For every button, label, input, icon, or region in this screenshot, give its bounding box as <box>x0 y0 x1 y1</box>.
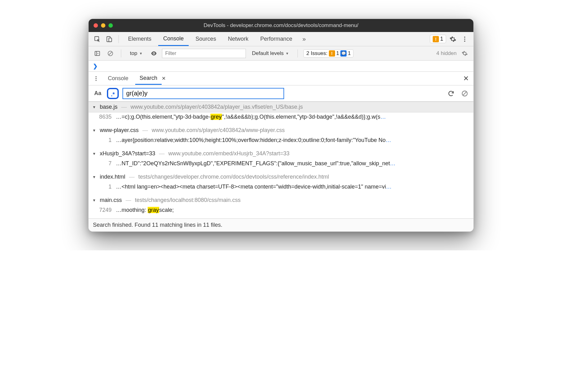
result-line-row[interactable]: 8635…=c);g.O(this.element,"ytp-3d-badge-… <box>89 112 473 125</box>
regex-label: .* <box>111 92 115 97</box>
minimize-window-button[interactable] <box>101 23 105 28</box>
settings-icon[interactable] <box>448 34 458 44</box>
result-filename: index.html <box>100 174 125 180</box>
truncation-ellipsis: … <box>380 114 386 120</box>
warning-icon: ! <box>433 36 439 42</box>
result-line-row[interactable]: 1…ayer{position:relative;width:100%;heig… <box>89 136 473 148</box>
match-case-button[interactable]: Aa <box>92 89 103 98</box>
svg-rect-2 <box>109 38 112 42</box>
result-snippet: …=c);g.O(this.element,"ytp-3d-badge-grey… <box>116 114 470 120</box>
main-tabstrip: Elements Console Sources Network Perform… <box>89 32 473 46</box>
separator: — <box>129 174 135 180</box>
result-filepath: www.youtube.com/s/player/c403842a/player… <box>131 104 303 110</box>
zoom-window-button[interactable] <box>108 23 113 28</box>
issues-button[interactable]: 2 Issues: ! 1 💬 1 <box>303 49 353 57</box>
svg-rect-6 <box>95 51 100 55</box>
issues-chip-count: 1 <box>440 36 443 42</box>
drawer-kebab-icon[interactable] <box>91 74 101 84</box>
search-results: ▼base.js—www.youtube.com/s/player/c40384… <box>89 102 473 218</box>
divider <box>118 35 119 43</box>
separator: — <box>159 150 165 157</box>
result-snippet: …<html lang=en><head><meta charset=UTF-8… <box>116 184 470 190</box>
context-dropdown[interactable]: top ▼ <box>127 49 146 58</box>
filter-input[interactable] <box>162 49 246 58</box>
result-file-row[interactable]: ▼main.css—tests/changes/localhost:8080/c… <box>89 195 473 206</box>
result-file-row[interactable]: ▼xHusjrb_34A?start=33—www.youtube.com/em… <box>89 148 473 159</box>
result-filepath: tests/changes/localhost:8080/css/main.cs… <box>135 197 241 203</box>
disclosure-triangle-icon: ▼ <box>92 175 96 179</box>
console-prompt[interactable]: ❯ <box>89 61 473 72</box>
result-filename: main.css <box>100 197 122 203</box>
regex-button[interactable]: .* <box>107 88 119 99</box>
refresh-icon[interactable] <box>446 89 456 98</box>
tabs-overflow-button[interactable]: » <box>299 34 309 44</box>
match-highlight: grey <box>210 114 222 120</box>
divider <box>297 49 298 57</box>
tab-console[interactable]: Console <box>158 32 189 46</box>
result-filepath: www.youtube.com/s/player/c403842a/www-pl… <box>152 127 285 134</box>
line-number: 7 <box>96 160 112 167</box>
context-label: top <box>130 50 137 57</box>
status-bar: Search finished. Found 11 matching lines… <box>89 218 473 231</box>
result-snippet: …ayer{position:relative;width:100%;heigh… <box>116 137 470 144</box>
truncation-ellipsis: … <box>386 137 391 143</box>
issues-label: 2 Issues: <box>306 50 327 57</box>
match-highlight: gray <box>148 207 159 213</box>
tab-sources[interactable]: Sources <box>191 33 221 45</box>
result-file-row[interactable]: ▼index.html—tests/changes/developer.chro… <box>89 172 473 182</box>
drawer-tabstrip: Console Search ✕ ✕ <box>89 72 473 85</box>
devtools-window: DevTools - developer.chrome.com/docs/dev… <box>88 19 474 232</box>
search-toolbar: Aa .* <box>89 85 473 102</box>
svg-point-9 <box>95 76 96 77</box>
svg-point-8 <box>153 53 154 54</box>
hidden-messages-label[interactable]: 4 hidden <box>436 50 457 57</box>
line-number: 1 <box>96 184 112 190</box>
result-snippet: …moothing: grayscale; <box>116 207 470 213</box>
levels-dropdown[interactable]: Default levels ▼ <box>249 49 292 58</box>
device-toolbar-icon[interactable] <box>104 34 114 44</box>
line-number: 8635 <box>96 114 112 120</box>
disclosure-triangle-icon: ▼ <box>92 105 96 109</box>
info-icon: 💬 <box>340 50 347 57</box>
inspect-element-icon[interactable] <box>92 34 102 44</box>
disclosure-triangle-icon: ▼ <box>92 128 96 133</box>
close-drawer-button[interactable]: ✕ <box>461 74 471 84</box>
result-line-row[interactable]: 1…<html lang=en><head><meta charset=UTF-… <box>89 182 473 195</box>
live-expression-icon[interactable] <box>149 48 159 58</box>
result-file-row[interactable]: ▼www-player.css—www.youtube.com/s/player… <box>89 125 473 136</box>
issues-chip[interactable]: ! 1 <box>430 35 446 43</box>
chevron-down-icon: ▼ <box>286 52 289 55</box>
window-title: DevTools - developer.chrome.com/docs/dev… <box>89 22 473 29</box>
clear-search-icon[interactable] <box>460 89 470 98</box>
result-line-row[interactable]: 7249…moothing: grayscale; <box>89 206 473 218</box>
drawer-tab-search[interactable]: Search <box>135 72 162 85</box>
drawer-tab-console[interactable]: Console <box>104 73 133 84</box>
line-number: 7249 <box>96 207 112 213</box>
prompt-caret-icon: ❯ <box>93 63 98 70</box>
tab-performance[interactable]: Performance <box>255 33 297 45</box>
tab-elements[interactable]: Elements <box>123 33 156 45</box>
svg-point-5 <box>464 40 465 42</box>
result-file-row[interactable]: ▼base.js—www.youtube.com/s/player/c40384… <box>89 102 473 112</box>
search-input[interactable] <box>122 88 284 99</box>
close-window-button[interactable] <box>94 23 98 28</box>
console-settings-icon[interactable] <box>460 48 470 58</box>
titlebar: DevTools - developer.chrome.com/docs/dev… <box>89 19 473 32</box>
kebab-menu-icon[interactable] <box>460 34 470 44</box>
clear-console-icon[interactable] <box>105 48 115 58</box>
result-snippet: …NT_ID":"2OeQYs2rNcSnW8yxpLgD","EXPERIME… <box>116 160 470 167</box>
divider <box>121 49 121 57</box>
result-line-row[interactable]: 7…NT_ID":"2OeQYs2rNcSnW8yxpLgD","EXPERIM… <box>89 159 473 172</box>
tab-network[interactable]: Network <box>223 33 253 45</box>
close-tab-button[interactable]: ✕ <box>162 75 166 81</box>
levels-label: Default levels <box>252 50 284 57</box>
result-filename: xHusjrb_34A?start=33 <box>100 150 155 157</box>
separator: — <box>121 104 127 110</box>
warning-icon: ! <box>329 50 335 57</box>
svg-point-3 <box>464 36 465 38</box>
disclosure-triangle-icon: ▼ <box>92 152 96 156</box>
separator: — <box>142 127 148 134</box>
chevron-down-icon: ▼ <box>139 52 143 55</box>
toggle-sidebar-icon[interactable] <box>92 48 102 58</box>
result-filename: base.js <box>100 104 117 110</box>
